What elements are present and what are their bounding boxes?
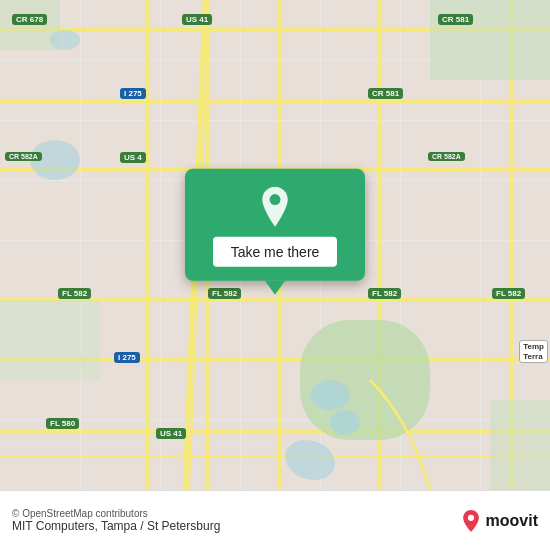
location-text: MIT Computers, Tampa / St Petersburg — [12, 519, 460, 533]
road-badge-cr581-mid: CR 581 — [368, 88, 403, 99]
svg-point-3 — [467, 514, 473, 520]
bottom-bar: © OpenStreetMap contributors MIT Compute… — [0, 490, 550, 550]
map-area: CR 678 US 41 CR 581 I 275 CR 581 CR 582A… — [0, 0, 550, 490]
road-badge-i275-left: I 275 — [120, 88, 146, 99]
popup-card: Take me there — [185, 169, 365, 281]
take-me-there-button[interactable]: Take me there — [213, 237, 338, 267]
road-badge-us41-mid: US 4 — [120, 152, 146, 163]
road-badge-fl582-4: FL 582 — [492, 288, 525, 299]
location-pin-icon — [255, 187, 295, 227]
road-badge-fl580: FL 580 — [46, 418, 79, 429]
road-badge-i275-bot: I 275 — [114, 352, 140, 363]
moovit-brand-text: moovit — [486, 512, 538, 530]
road-badge-cr581-top: CR 581 — [438, 14, 473, 25]
moovit-pin-icon — [460, 510, 482, 532]
moovit-logo: moovit — [460, 510, 538, 532]
road-badge-cr582a-left: CR 582A — [5, 152, 42, 161]
road-badge-fl582-2: FL 582 — [208, 288, 241, 299]
road-badge-us41-bot: US 41 — [156, 428, 186, 439]
road-badge-cr678: CR 678 — [12, 14, 47, 25]
road-badge-fl582-3: FL 582 — [368, 288, 401, 299]
svg-point-2 — [270, 194, 281, 205]
road-badge-us41-top: US 41 — [182, 14, 212, 25]
road-badge-temp-terra: TempTerra — [519, 340, 548, 363]
road-badge-fl582-1: FL 582 — [58, 288, 91, 299]
road-badge-cr582a-right: CR 582A — [428, 152, 465, 161]
copyright-text: © OpenStreetMap contributors — [12, 508, 460, 519]
